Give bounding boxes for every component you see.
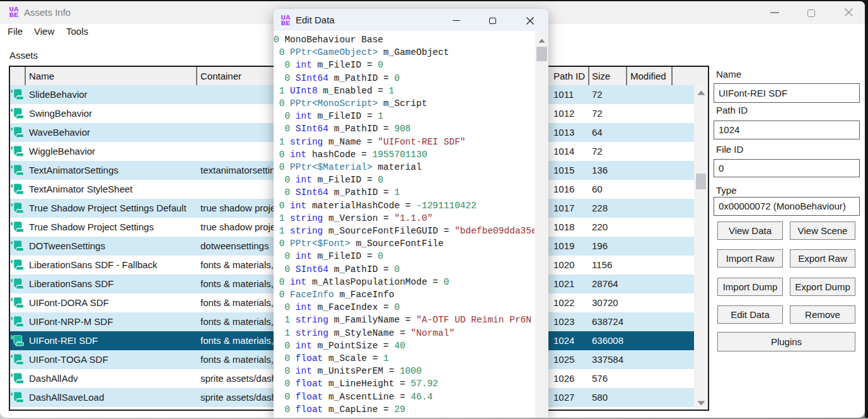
svg-text:BE: BE <box>281 20 291 27</box>
svg-text:BE: BE <box>9 12 19 18</box>
